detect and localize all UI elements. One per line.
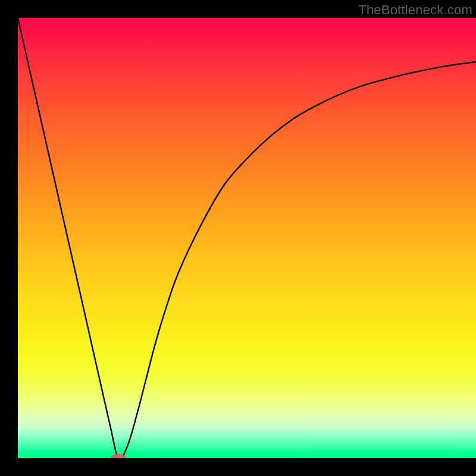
plot-area	[18, 18, 476, 458]
curve-layer	[18, 18, 476, 458]
watermark-text: TheBottleneck.com	[358, 2, 472, 18]
chart-frame: TheBottleneck.com	[0, 0, 476, 476]
bottleneck-curve	[18, 18, 476, 458]
